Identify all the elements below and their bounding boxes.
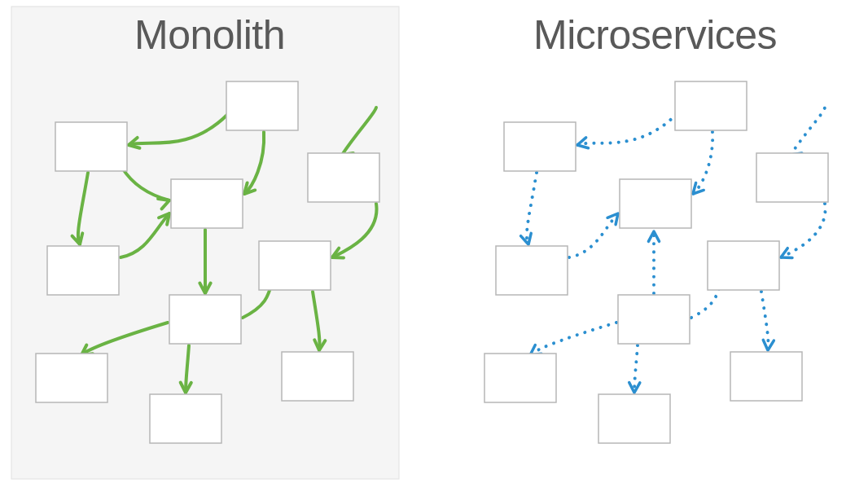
node-box [618, 295, 690, 344]
node-box [484, 354, 556, 402]
node-box [282, 352, 353, 401]
node-box [708, 241, 779, 290]
node-box [150, 394, 221, 443]
node-box [47, 246, 119, 295]
node-box [598, 394, 670, 443]
node-box [169, 295, 241, 344]
node-box [171, 179, 243, 228]
node-box [308, 153, 379, 202]
monolith-boxes [0, 0, 423, 492]
node-box [496, 246, 568, 295]
node-box [36, 354, 107, 402]
node-box [675, 81, 747, 130]
node-box [756, 153, 828, 202]
node-box [226, 81, 298, 130]
node-box [55, 122, 127, 171]
node-box [620, 179, 691, 228]
microservices-boxes [449, 0, 868, 492]
node-box [730, 352, 802, 401]
node-box [259, 241, 331, 290]
node-box [504, 122, 576, 171]
diagram-stage: Monolith Microservices [0, 0, 868, 492]
